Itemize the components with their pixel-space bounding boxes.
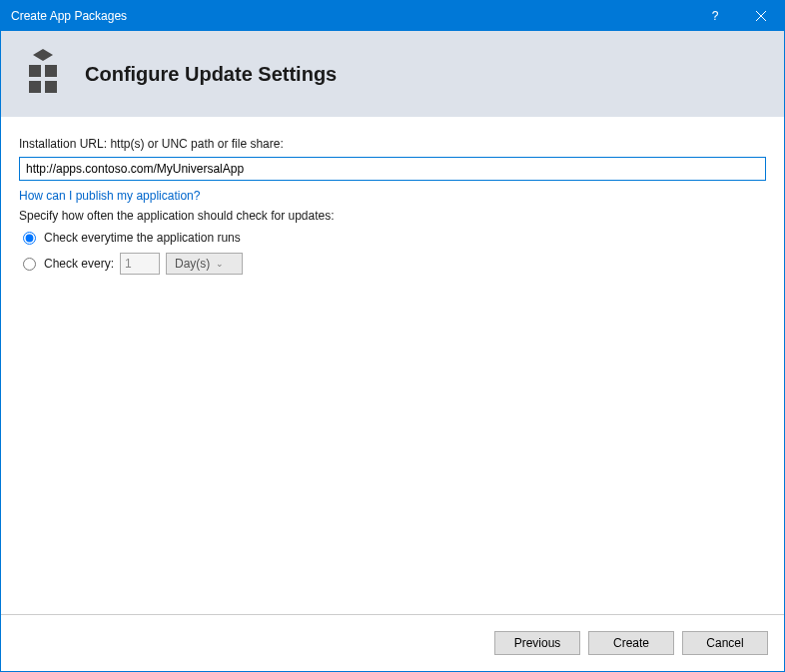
radio-interval[interactable] bbox=[23, 258, 36, 271]
interval-unit-select[interactable]: Day(s) ⌄ bbox=[166, 253, 243, 275]
radio-everytime-label: Check everytime the application runs bbox=[44, 231, 241, 245]
svg-rect-6 bbox=[45, 81, 57, 93]
close-button[interactable] bbox=[738, 1, 784, 31]
radio-interval-label: Check every: bbox=[44, 257, 114, 271]
footer: Previous Create Cancel bbox=[1, 614, 784, 670]
close-icon bbox=[756, 11, 766, 21]
package-icon bbox=[19, 49, 67, 100]
radio-interval-row: Check every: Day(s) ⌄ bbox=[19, 253, 766, 275]
svg-rect-3 bbox=[29, 65, 41, 77]
previous-button[interactable]: Previous bbox=[494, 631, 580, 655]
chevron-down-icon: ⌄ bbox=[216, 259, 224, 269]
help-icon: ? bbox=[712, 9, 719, 23]
cancel-button[interactable]: Cancel bbox=[682, 631, 768, 655]
create-button[interactable]: Create bbox=[588, 631, 674, 655]
update-frequency-label: Specify how often the application should… bbox=[19, 209, 766, 223]
installation-url-input[interactable] bbox=[19, 157, 766, 181]
svg-marker-2 bbox=[33, 49, 53, 61]
radio-everytime-row[interactable]: Check everytime the application runs bbox=[19, 231, 766, 245]
svg-rect-5 bbox=[29, 81, 41, 93]
wizard-header: Configure Update Settings bbox=[1, 31, 784, 117]
window-title: Create App Packages bbox=[11, 9, 692, 23]
radio-everytime[interactable] bbox=[23, 232, 36, 245]
page-heading: Configure Update Settings bbox=[85, 63, 337, 86]
interval-unit-label: Day(s) bbox=[175, 257, 210, 271]
interval-value-input[interactable] bbox=[120, 253, 160, 275]
url-label: Installation URL: http(s) or UNC path or… bbox=[19, 137, 766, 151]
svg-rect-4 bbox=[45, 65, 57, 77]
help-button[interactable]: ? bbox=[692, 1, 738, 31]
content-area: Installation URL: http(s) or UNC path or… bbox=[1, 117, 784, 614]
publish-help-link[interactable]: How can I publish my application? bbox=[19, 189, 200, 203]
radio-interval-target[interactable]: Check every: bbox=[23, 257, 114, 271]
titlebar: Create App Packages ? bbox=[1, 1, 784, 31]
